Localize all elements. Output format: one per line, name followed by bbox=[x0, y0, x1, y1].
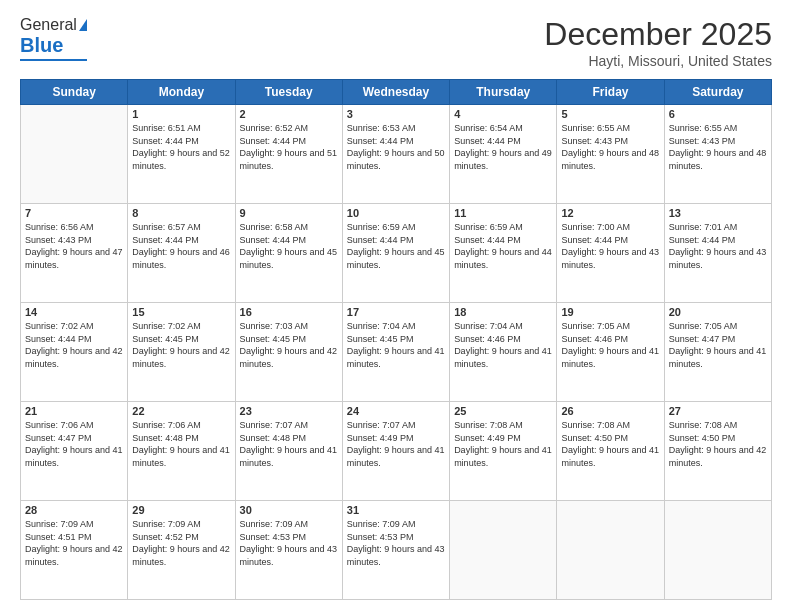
day-info: Sunrise: 6:52 AMSunset: 4:44 PMDaylight:… bbox=[240, 122, 338, 172]
day-info: Sunrise: 7:07 AMSunset: 4:48 PMDaylight:… bbox=[240, 419, 338, 469]
day-info: Sunrise: 7:01 AMSunset: 4:44 PMDaylight:… bbox=[669, 221, 767, 271]
day-info: Sunrise: 6:59 AMSunset: 4:44 PMDaylight:… bbox=[347, 221, 445, 271]
calendar-cell: 6 Sunrise: 6:55 AMSunset: 4:43 PMDayligh… bbox=[664, 105, 771, 204]
page: General Blue December 2025 Hayti, Missou… bbox=[0, 0, 792, 612]
weekday-header-thursday: Thursday bbox=[450, 80, 557, 105]
logo-general-text: General bbox=[20, 16, 77, 34]
location-text: Hayti, Missouri, United States bbox=[544, 53, 772, 69]
day-info: Sunrise: 7:02 AMSunset: 4:44 PMDaylight:… bbox=[25, 320, 123, 370]
calendar-cell: 15 Sunrise: 7:02 AMSunset: 4:45 PMDaylig… bbox=[128, 303, 235, 402]
logo-triangle-icon bbox=[79, 19, 87, 31]
day-number: 20 bbox=[669, 306, 767, 318]
day-number: 19 bbox=[561, 306, 659, 318]
day-number: 4 bbox=[454, 108, 552, 120]
day-number: 10 bbox=[347, 207, 445, 219]
calendar-cell: 4 Sunrise: 6:54 AMSunset: 4:44 PMDayligh… bbox=[450, 105, 557, 204]
calendar-cell: 16 Sunrise: 7:03 AMSunset: 4:45 PMDaylig… bbox=[235, 303, 342, 402]
weekday-header-monday: Monday bbox=[128, 80, 235, 105]
calendar-cell: 18 Sunrise: 7:04 AMSunset: 4:46 PMDaylig… bbox=[450, 303, 557, 402]
day-number: 22 bbox=[132, 405, 230, 417]
weekday-header-saturday: Saturday bbox=[664, 80, 771, 105]
day-info: Sunrise: 7:06 AMSunset: 4:47 PMDaylight:… bbox=[25, 419, 123, 469]
month-title: December 2025 bbox=[544, 16, 772, 53]
day-number: 24 bbox=[347, 405, 445, 417]
calendar-cell: 8 Sunrise: 6:57 AMSunset: 4:44 PMDayligh… bbox=[128, 204, 235, 303]
day-number: 11 bbox=[454, 207, 552, 219]
day-info: Sunrise: 7:07 AMSunset: 4:49 PMDaylight:… bbox=[347, 419, 445, 469]
day-number: 2 bbox=[240, 108, 338, 120]
calendar-table: SundayMondayTuesdayWednesdayThursdayFrid… bbox=[20, 79, 772, 600]
calendar-week-4: 28 Sunrise: 7:09 AMSunset: 4:51 PMDaylig… bbox=[21, 501, 772, 600]
calendar-cell: 7 Sunrise: 6:56 AMSunset: 4:43 PMDayligh… bbox=[21, 204, 128, 303]
calendar-cell: 31 Sunrise: 7:09 AMSunset: 4:53 PMDaylig… bbox=[342, 501, 449, 600]
day-number: 17 bbox=[347, 306, 445, 318]
day-info: Sunrise: 7:03 AMSunset: 4:45 PMDaylight:… bbox=[240, 320, 338, 370]
header: General Blue December 2025 Hayti, Missou… bbox=[20, 16, 772, 69]
day-number: 31 bbox=[347, 504, 445, 516]
day-info: Sunrise: 7:09 AMSunset: 4:52 PMDaylight:… bbox=[132, 518, 230, 568]
calendar-cell: 22 Sunrise: 7:06 AMSunset: 4:48 PMDaylig… bbox=[128, 402, 235, 501]
day-info: Sunrise: 7:00 AMSunset: 4:44 PMDaylight:… bbox=[561, 221, 659, 271]
day-info: Sunrise: 6:55 AMSunset: 4:43 PMDaylight:… bbox=[669, 122, 767, 172]
calendar-week-2: 14 Sunrise: 7:02 AMSunset: 4:44 PMDaylig… bbox=[21, 303, 772, 402]
day-info: Sunrise: 6:54 AMSunset: 4:44 PMDaylight:… bbox=[454, 122, 552, 172]
day-info: Sunrise: 6:53 AMSunset: 4:44 PMDaylight:… bbox=[347, 122, 445, 172]
day-number: 14 bbox=[25, 306, 123, 318]
day-info: Sunrise: 6:58 AMSunset: 4:44 PMDaylight:… bbox=[240, 221, 338, 271]
calendar-cell bbox=[664, 501, 771, 600]
calendar-cell: 17 Sunrise: 7:04 AMSunset: 4:45 PMDaylig… bbox=[342, 303, 449, 402]
calendar-cell: 21 Sunrise: 7:06 AMSunset: 4:47 PMDaylig… bbox=[21, 402, 128, 501]
day-info: Sunrise: 7:05 AMSunset: 4:47 PMDaylight:… bbox=[669, 320, 767, 370]
calendar-cell: 13 Sunrise: 7:01 AMSunset: 4:44 PMDaylig… bbox=[664, 204, 771, 303]
weekday-header-friday: Friday bbox=[557, 80, 664, 105]
calendar-week-3: 21 Sunrise: 7:06 AMSunset: 4:47 PMDaylig… bbox=[21, 402, 772, 501]
calendar-cell: 11 Sunrise: 6:59 AMSunset: 4:44 PMDaylig… bbox=[450, 204, 557, 303]
calendar-cell: 29 Sunrise: 7:09 AMSunset: 4:52 PMDaylig… bbox=[128, 501, 235, 600]
day-number: 1 bbox=[132, 108, 230, 120]
day-number: 23 bbox=[240, 405, 338, 417]
day-info: Sunrise: 6:51 AMSunset: 4:44 PMDaylight:… bbox=[132, 122, 230, 172]
day-number: 27 bbox=[669, 405, 767, 417]
day-info: Sunrise: 6:55 AMSunset: 4:43 PMDaylight:… bbox=[561, 122, 659, 172]
weekday-header-row: SundayMondayTuesdayWednesdayThursdayFrid… bbox=[21, 80, 772, 105]
calendar-cell: 3 Sunrise: 6:53 AMSunset: 4:44 PMDayligh… bbox=[342, 105, 449, 204]
calendar-cell: 9 Sunrise: 6:58 AMSunset: 4:44 PMDayligh… bbox=[235, 204, 342, 303]
calendar-cell: 12 Sunrise: 7:00 AMSunset: 4:44 PMDaylig… bbox=[557, 204, 664, 303]
day-number: 5 bbox=[561, 108, 659, 120]
day-number: 7 bbox=[25, 207, 123, 219]
calendar-cell: 26 Sunrise: 7:08 AMSunset: 4:50 PMDaylig… bbox=[557, 402, 664, 501]
calendar-cell: 30 Sunrise: 7:09 AMSunset: 4:53 PMDaylig… bbox=[235, 501, 342, 600]
day-number: 8 bbox=[132, 207, 230, 219]
day-info: Sunrise: 7:09 AMSunset: 4:51 PMDaylight:… bbox=[25, 518, 123, 568]
weekday-header-sunday: Sunday bbox=[21, 80, 128, 105]
day-info: Sunrise: 7:05 AMSunset: 4:46 PMDaylight:… bbox=[561, 320, 659, 370]
day-info: Sunrise: 7:04 AMSunset: 4:45 PMDaylight:… bbox=[347, 320, 445, 370]
day-info: Sunrise: 7:06 AMSunset: 4:48 PMDaylight:… bbox=[132, 419, 230, 469]
day-info: Sunrise: 7:08 AMSunset: 4:49 PMDaylight:… bbox=[454, 419, 552, 469]
day-number: 28 bbox=[25, 504, 123, 516]
logo-underline bbox=[20, 59, 87, 61]
day-info: Sunrise: 6:57 AMSunset: 4:44 PMDaylight:… bbox=[132, 221, 230, 271]
calendar-week-1: 7 Sunrise: 6:56 AMSunset: 4:43 PMDayligh… bbox=[21, 204, 772, 303]
calendar-cell: 24 Sunrise: 7:07 AMSunset: 4:49 PMDaylig… bbox=[342, 402, 449, 501]
calendar-cell: 2 Sunrise: 6:52 AMSunset: 4:44 PMDayligh… bbox=[235, 105, 342, 204]
day-number: 6 bbox=[669, 108, 767, 120]
day-info: Sunrise: 6:56 AMSunset: 4:43 PMDaylight:… bbox=[25, 221, 123, 271]
day-number: 13 bbox=[669, 207, 767, 219]
calendar-cell bbox=[557, 501, 664, 600]
day-info: Sunrise: 7:09 AMSunset: 4:53 PMDaylight:… bbox=[240, 518, 338, 568]
logo-blue-text: Blue bbox=[20, 34, 63, 57]
calendar-cell bbox=[21, 105, 128, 204]
day-number: 15 bbox=[132, 306, 230, 318]
day-number: 26 bbox=[561, 405, 659, 417]
day-number: 18 bbox=[454, 306, 552, 318]
logo: General Blue bbox=[20, 16, 87, 61]
day-number: 29 bbox=[132, 504, 230, 516]
day-info: Sunrise: 7:04 AMSunset: 4:46 PMDaylight:… bbox=[454, 320, 552, 370]
calendar-cell: 19 Sunrise: 7:05 AMSunset: 4:46 PMDaylig… bbox=[557, 303, 664, 402]
day-number: 30 bbox=[240, 504, 338, 516]
calendar-cell: 20 Sunrise: 7:05 AMSunset: 4:47 PMDaylig… bbox=[664, 303, 771, 402]
calendar-cell bbox=[450, 501, 557, 600]
calendar-cell: 1 Sunrise: 6:51 AMSunset: 4:44 PMDayligh… bbox=[128, 105, 235, 204]
calendar-cell: 25 Sunrise: 7:08 AMSunset: 4:49 PMDaylig… bbox=[450, 402, 557, 501]
